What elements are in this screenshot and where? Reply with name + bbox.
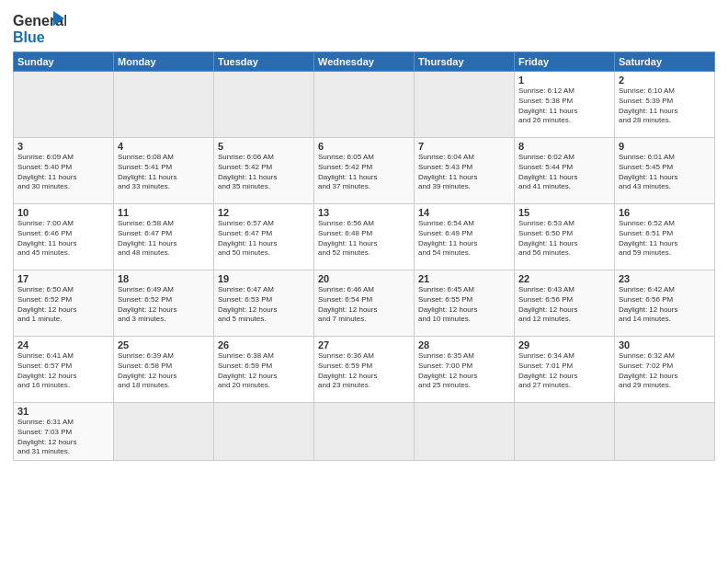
day-number: 25 xyxy=(118,339,210,350)
week-row-3: 17Sunrise: 6:50 AMSunset: 6:52 PMDayligh… xyxy=(14,270,715,337)
calendar-cell xyxy=(314,72,415,138)
day-number: 29 xyxy=(518,339,610,350)
day-info: Sunrise: 6:38 AMSunset: 6:59 PMDaylight:… xyxy=(218,351,310,391)
calendar-cell: 25Sunrise: 6:39 AMSunset: 6:58 PMDayligh… xyxy=(114,337,214,403)
day-number: 3 xyxy=(17,141,109,152)
day-info: Sunrise: 6:02 AMSunset: 5:44 PMDaylight:… xyxy=(518,153,610,192)
day-info: Sunrise: 6:06 AMSunset: 5:42 PMDaylight:… xyxy=(218,153,310,192)
header: GeneralBlue xyxy=(13,9,715,46)
day-number: 23 xyxy=(619,273,711,284)
day-info: Sunrise: 7:00 AMSunset: 6:46 PMDaylight:… xyxy=(17,219,109,259)
day-number: 24 xyxy=(17,339,109,350)
calendar-cell: 5Sunrise: 6:06 AMSunset: 5:42 PMDaylight… xyxy=(214,138,314,204)
day-number: 6 xyxy=(318,141,410,152)
calendar-cell: 9Sunrise: 6:01 AMSunset: 5:45 PMDaylight… xyxy=(615,138,715,204)
calendar-cell: 2Sunrise: 6:10 AMSunset: 5:39 PMDaylight… xyxy=(615,72,715,138)
calendar-cell xyxy=(415,403,515,461)
day-number: 10 xyxy=(17,207,109,218)
day-info: Sunrise: 6:47 AMSunset: 6:53 PMDaylight:… xyxy=(218,285,310,325)
calendar-cell: 1Sunrise: 6:12 AMSunset: 5:38 PMDaylight… xyxy=(515,72,615,138)
col-header-wednesday: Wednesday xyxy=(314,52,415,72)
calendar-cell xyxy=(615,403,715,461)
day-info: Sunrise: 6:52 AMSunset: 6:51 PMDaylight:… xyxy=(619,219,711,259)
day-number: 27 xyxy=(318,339,410,350)
day-info: Sunrise: 6:04 AMSunset: 5:43 PMDaylight:… xyxy=(418,153,510,192)
calendar-cell: 4Sunrise: 6:08 AMSunset: 5:41 PMDaylight… xyxy=(114,138,214,204)
day-info: Sunrise: 6:45 AMSunset: 6:55 PMDaylight:… xyxy=(418,285,510,325)
col-header-thursday: Thursday xyxy=(415,52,515,72)
day-info: Sunrise: 6:31 AMSunset: 7:03 PMDaylight:… xyxy=(17,418,109,457)
calendar-cell: 11Sunrise: 6:58 AMSunset: 6:47 PMDayligh… xyxy=(114,204,214,270)
calendar-cell: 7Sunrise: 6:04 AMSunset: 5:43 PMDaylight… xyxy=(415,138,515,204)
week-row-5: 31Sunrise: 6:31 AMSunset: 7:03 PMDayligh… xyxy=(14,403,715,461)
day-info: Sunrise: 6:46 AMSunset: 6:54 PMDaylight:… xyxy=(318,285,410,325)
day-number: 17 xyxy=(17,273,109,284)
day-info: Sunrise: 6:34 AMSunset: 7:01 PMDaylight:… xyxy=(518,351,610,391)
day-number: 8 xyxy=(518,141,610,152)
day-number: 2 xyxy=(619,75,711,86)
calendar-cell: 8Sunrise: 6:02 AMSunset: 5:44 PMDaylight… xyxy=(515,138,615,204)
day-info: Sunrise: 6:58 AMSunset: 6:47 PMDaylight:… xyxy=(118,219,210,259)
day-info: Sunrise: 6:39 AMSunset: 6:58 PMDaylight:… xyxy=(118,351,210,391)
calendar-cell xyxy=(214,72,314,138)
day-number: 12 xyxy=(218,207,310,218)
day-info: Sunrise: 6:43 AMSunset: 6:56 PMDaylight:… xyxy=(518,285,610,325)
day-number: 28 xyxy=(418,339,510,350)
calendar-cell xyxy=(515,403,615,461)
week-row-0: 1Sunrise: 6:12 AMSunset: 5:38 PMDaylight… xyxy=(14,72,715,138)
day-info: Sunrise: 6:50 AMSunset: 6:52 PMDaylight:… xyxy=(17,285,109,325)
day-info: Sunrise: 6:32 AMSunset: 7:02 PMDaylight:… xyxy=(619,351,711,391)
day-info: Sunrise: 6:12 AMSunset: 5:38 PMDaylight:… xyxy=(518,86,610,126)
calendar-cell: 18Sunrise: 6:49 AMSunset: 6:52 PMDayligh… xyxy=(114,270,214,337)
col-header-monday: Monday xyxy=(114,52,214,72)
day-number: 16 xyxy=(619,207,711,218)
logo-svg: GeneralBlue xyxy=(13,9,66,46)
svg-text:Blue: Blue xyxy=(13,29,45,45)
day-number: 19 xyxy=(218,273,310,284)
calendar-cell xyxy=(114,72,214,138)
calendar-cell: 27Sunrise: 6:36 AMSunset: 6:59 PMDayligh… xyxy=(314,337,415,403)
calendar-cell: 21Sunrise: 6:45 AMSunset: 6:55 PMDayligh… xyxy=(415,270,515,337)
day-info: Sunrise: 6:49 AMSunset: 6:52 PMDaylight:… xyxy=(118,285,210,325)
calendar-cell: 26Sunrise: 6:38 AMSunset: 6:59 PMDayligh… xyxy=(214,337,314,403)
day-number: 20 xyxy=(318,273,410,284)
calendar-cell: 20Sunrise: 6:46 AMSunset: 6:54 PMDayligh… xyxy=(314,270,415,337)
calendar-cell: 6Sunrise: 6:05 AMSunset: 5:42 PMDaylight… xyxy=(314,138,415,204)
calendar-cell: 19Sunrise: 6:47 AMSunset: 6:53 PMDayligh… xyxy=(214,270,314,337)
day-info: Sunrise: 6:53 AMSunset: 6:50 PMDaylight:… xyxy=(518,219,610,259)
day-number: 11 xyxy=(118,207,210,218)
calendar-cell: 14Sunrise: 6:54 AMSunset: 6:49 PMDayligh… xyxy=(415,204,515,270)
calendar-cell: 28Sunrise: 6:35 AMSunset: 7:00 PMDayligh… xyxy=(415,337,515,403)
day-number: 9 xyxy=(619,141,711,152)
col-header-sunday: Sunday xyxy=(14,52,114,72)
day-number: 26 xyxy=(218,339,310,350)
calendar-cell: 22Sunrise: 6:43 AMSunset: 6:56 PMDayligh… xyxy=(515,270,615,337)
day-number: 4 xyxy=(118,141,210,152)
week-row-2: 10Sunrise: 7:00 AMSunset: 6:46 PMDayligh… xyxy=(14,204,715,270)
day-number: 15 xyxy=(518,207,610,218)
day-number: 22 xyxy=(518,273,610,284)
calendar-cell xyxy=(114,403,214,461)
calendar-cell: 13Sunrise: 6:56 AMSunset: 6:48 PMDayligh… xyxy=(314,204,415,270)
day-number: 14 xyxy=(418,207,510,218)
day-number: 30 xyxy=(619,339,711,350)
calendar-cell: 16Sunrise: 6:52 AMSunset: 6:51 PMDayligh… xyxy=(615,204,715,270)
calendar-cell: 12Sunrise: 6:57 AMSunset: 6:47 PMDayligh… xyxy=(214,204,314,270)
day-number: 21 xyxy=(418,273,510,284)
calendar-cell: 17Sunrise: 6:50 AMSunset: 6:52 PMDayligh… xyxy=(14,270,114,337)
calendar-cell xyxy=(214,403,314,461)
day-info: Sunrise: 6:54 AMSunset: 6:49 PMDaylight:… xyxy=(418,219,510,259)
day-info: Sunrise: 6:08 AMSunset: 5:41 PMDaylight:… xyxy=(118,153,210,192)
calendar-cell: 3Sunrise: 6:09 AMSunset: 5:40 PMDaylight… xyxy=(14,138,114,204)
day-number: 7 xyxy=(418,141,510,152)
col-header-saturday: Saturday xyxy=(615,52,715,72)
calendar-cell xyxy=(314,403,415,461)
col-header-friday: Friday xyxy=(515,52,615,72)
calendar-cell: 24Sunrise: 6:41 AMSunset: 6:57 PMDayligh… xyxy=(14,337,114,403)
calendar-cell: 10Sunrise: 7:00 AMSunset: 6:46 PMDayligh… xyxy=(14,204,114,270)
calendar-cell: 31Sunrise: 6:31 AMSunset: 7:03 PMDayligh… xyxy=(14,403,114,461)
day-number: 18 xyxy=(118,273,210,284)
calendar-cell: 29Sunrise: 6:34 AMSunset: 7:01 PMDayligh… xyxy=(515,337,615,403)
day-info: Sunrise: 6:41 AMSunset: 6:57 PMDaylight:… xyxy=(17,351,109,391)
day-number: 1 xyxy=(518,75,610,86)
